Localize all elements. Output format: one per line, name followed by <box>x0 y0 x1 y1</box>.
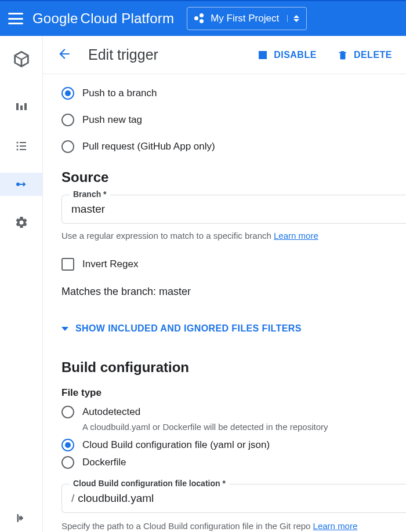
source-heading: Source <box>61 169 406 185</box>
content: Push to a branch Push new tag Pull reque… <box>43 74 406 531</box>
disable-label: DISABLE <box>274 50 317 60</box>
file-type-label: File type <box>61 387 406 399</box>
radio-icon <box>61 87 74 100</box>
radio-icon <box>61 406 74 418</box>
chevron-down-icon <box>61 327 68 331</box>
branch-field: Branch * <box>61 195 406 224</box>
autodetected-hint: A cloudbuild.yaml or Dockerfile will be … <box>82 422 406 432</box>
main: Edit trigger DISABLE DELETE Push to a br… <box>43 36 406 532</box>
filetype-dockerfile[interactable]: Dockerfile <box>61 456 406 469</box>
event-option-label: Pull request (GitHub App only) <box>82 141 215 152</box>
filetype-autodetected[interactable]: Autodetected <box>61 406 406 418</box>
list-icon[interactable] <box>10 134 33 158</box>
page-title: Edit trigger <box>88 46 158 63</box>
triggers-icon[interactable] <box>0 173 42 196</box>
filetype-option-label: Cloud Build configuration file (yaml or … <box>82 439 270 451</box>
branch-input[interactable] <box>61 195 406 224</box>
disable-button[interactable]: DISABLE <box>258 50 317 60</box>
project-dots-icon <box>194 13 205 24</box>
learn-more-link[interactable]: Learn more <box>313 521 358 531</box>
event-option-push-tag[interactable]: Push new tag <box>61 114 406 126</box>
settings-icon[interactable] <box>10 211 33 234</box>
svg-rect-4 <box>20 142 26 143</box>
cloud-build-logo-icon[interactable] <box>10 48 33 71</box>
path-prefix: / <box>71 492 74 505</box>
event-option-label: Push to a branch <box>82 88 157 99</box>
path-value: cloudbuild.yaml <box>78 492 154 505</box>
svg-rect-8 <box>20 149 26 150</box>
svg-point-7 <box>16 149 18 151</box>
svg-point-9 <box>16 183 20 186</box>
svg-rect-1 <box>20 105 23 110</box>
files-filter-toggle[interactable]: SHOW INCLUDED AND IGNORED FILES FILTERS <box>61 323 406 334</box>
radio-icon <box>61 439 74 451</box>
sidebar-expand-icon[interactable] <box>0 512 42 524</box>
branch-hint-text: Use a regular expression to match to a s… <box>61 231 274 241</box>
hamburger-menu-icon[interactable] <box>8 13 23 24</box>
topbar: GoogleCloud Platform My First Project <box>0 0 406 36</box>
back-arrow-icon[interactable] <box>57 46 72 64</box>
radio-icon <box>61 140 74 153</box>
invert-regex-label: Invert Regex <box>82 258 138 270</box>
svg-point-3 <box>16 142 18 144</box>
sidebar <box>0 36 43 532</box>
filetype-option-label: Autodetected <box>82 406 140 418</box>
branch-hint: Use a regular expression to match to a s… <box>61 231 406 241</box>
delete-button[interactable]: DELETE <box>338 49 392 61</box>
files-filter-label: SHOW INCLUDED AND IGNORED FILES FILTERS <box>75 323 302 334</box>
page-header: Edit trigger DISABLE DELETE <box>43 36 406 74</box>
brand-rest: Cloud Platform <box>81 10 175 26</box>
stop-icon <box>258 50 268 60</box>
config-location-input[interactable]: / cloudbuild.yaml <box>61 484 406 513</box>
event-option-pull-request[interactable]: Pull request (GitHub App only) <box>61 140 406 153</box>
dashboard-icon[interactable] <box>10 96 33 119</box>
filetype-cloudbuild[interactable]: Cloud Build configuration file (yaml or … <box>61 439 406 451</box>
config-location-hint-text: Specify the path to a Cloud Build config… <box>61 521 313 531</box>
layout: Edit trigger DISABLE DELETE Push to a br… <box>0 36 406 532</box>
matches-text: Matches the branch: master <box>61 286 406 298</box>
learn-more-link[interactable]: Learn more <box>274 231 318 241</box>
config-location-hint: Specify the path to a Cloud Build config… <box>61 521 406 531</box>
config-location-label: Cloud Build configuration file location … <box>70 479 229 488</box>
brand-title: GoogleCloud Platform <box>32 10 174 27</box>
checkbox-icon <box>61 258 74 271</box>
radio-icon <box>61 114 74 126</box>
invert-regex-checkbox[interactable]: Invert Regex <box>61 258 406 271</box>
svg-rect-10 <box>17 514 18 522</box>
svg-rect-6 <box>20 145 26 147</box>
project-name: My First Project <box>211 13 279 24</box>
branch-label: Branch * <box>70 190 110 199</box>
svg-rect-2 <box>24 103 27 110</box>
svg-point-5 <box>16 145 18 147</box>
radio-icon <box>61 456 74 469</box>
header-actions: DISABLE DELETE <box>258 49 392 61</box>
project-caret-icon <box>287 15 299 22</box>
trash-icon <box>338 49 348 61</box>
config-location-field: Cloud Build configuration file location … <box>61 484 406 513</box>
filetype-option-label: Dockerfile <box>82 457 126 468</box>
delete-label: DELETE <box>354 50 392 60</box>
svg-rect-0 <box>16 103 19 110</box>
build-config-heading: Build configuration <box>61 359 406 376</box>
project-picker[interactable]: My First Project <box>187 7 307 30</box>
brand-strong: Google <box>32 10 78 26</box>
event-option-push-branch[interactable]: Push to a branch <box>61 87 406 100</box>
event-option-label: Push new tag <box>82 114 142 126</box>
svg-rect-11 <box>259 51 267 59</box>
